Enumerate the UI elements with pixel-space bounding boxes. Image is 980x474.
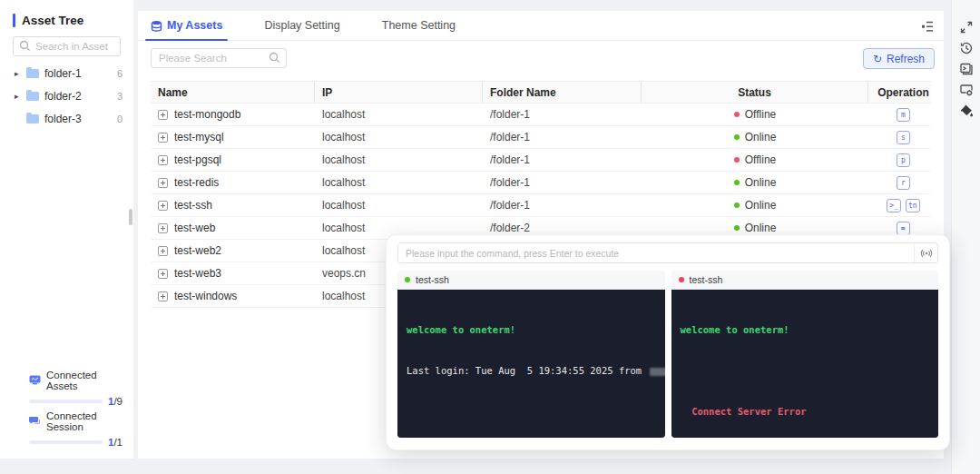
theme-fill-icon[interactable] bbox=[959, 104, 974, 118]
command-input[interactable] bbox=[398, 243, 914, 262]
tab-my-assets[interactable]: My Assets bbox=[151, 11, 222, 40]
asset-tree-sidebar: Asset Tree ▸ folder-1 6 ▸ folder-2 3 fol… bbox=[0, 0, 133, 459]
connection-ok-dot bbox=[405, 277, 410, 282]
folder-name: folder-1 bbox=[44, 67, 117, 80]
col-header-folder[interactable]: Folder Name bbox=[483, 82, 642, 103]
refresh-button[interactable]: ↻ Refresh bbox=[863, 48, 935, 69]
col-header-name[interactable]: Name bbox=[151, 82, 315, 103]
asset-name: test-ssh bbox=[174, 199, 212, 212]
connected-assets-icon bbox=[29, 375, 41, 386]
sidebar-resize-handle[interactable] bbox=[129, 209, 132, 225]
asset-name: test-web3 bbox=[174, 267, 221, 280]
tab-label: Display Setting bbox=[264, 19, 339, 32]
terminal-error-line: Connect Server Error bbox=[681, 405, 930, 419]
folder-tree: ▸ folder-1 6 ▸ folder-2 3 folder-3 0 bbox=[0, 62, 133, 130]
web-connect-icon[interactable]: ≡ bbox=[897, 222, 910, 235]
status-text: Online bbox=[745, 199, 777, 212]
asset-ip: localhost bbox=[315, 153, 483, 166]
connected-session-count: 1/1 bbox=[108, 437, 122, 448]
status-dot bbox=[734, 112, 740, 117]
terminal-tab-label: test-ssh bbox=[416, 274, 449, 285]
status-dot bbox=[734, 225, 740, 231]
col-header-operation[interactable]: Operation bbox=[868, 82, 938, 103]
table-row[interactable]: test-mongodb localhost /folder-1 Offline… bbox=[151, 104, 931, 126]
asset-ip: localhost bbox=[315, 199, 483, 212]
broadcast-command-icon[interactable] bbox=[914, 243, 937, 262]
folder-name: folder-2 bbox=[44, 90, 117, 103]
terminal-tab[interactable]: test-ssh bbox=[671, 271, 939, 290]
expand-row-icon[interactable] bbox=[158, 291, 168, 301]
expand-row-icon[interactable] bbox=[158, 201, 168, 211]
session-settings-icon[interactable] bbox=[959, 83, 974, 97]
asset-folder: /folder-1 bbox=[483, 199, 642, 212]
telnet-connect-icon[interactable]: tn bbox=[906, 199, 920, 212]
title-accent-bar bbox=[13, 14, 15, 27]
tab-display-setting[interactable]: Display Setting bbox=[264, 11, 339, 40]
tab-theme-setting[interactable]: Theme Setting bbox=[382, 11, 456, 40]
asset-name: test-redis bbox=[174, 176, 219, 189]
asset-folder: /folder-1 bbox=[483, 153, 642, 166]
terminal-window-icon[interactable] bbox=[959, 62, 974, 76]
tab-label: Theme Setting bbox=[382, 19, 456, 32]
asset-folder: /folder-1 bbox=[483, 176, 642, 189]
sidebar-title: Asset Tree bbox=[0, 0, 133, 27]
status-text: Online bbox=[745, 176, 777, 189]
table-row[interactable]: test-pgsql localhost /folder-1 Offline p bbox=[151, 149, 931, 172]
status-dot bbox=[734, 202, 740, 208]
connected-assets-count: 1/9 bbox=[108, 396, 122, 407]
history-icon[interactable] bbox=[959, 41, 974, 55]
terminal-pane-right: test-ssh welcome to oneterm! Connect Ser… bbox=[671, 271, 939, 438]
table-row[interactable]: test-redis localhost /folder-1 Online r bbox=[151, 172, 931, 194]
asset-search-input[interactable] bbox=[151, 48, 287, 68]
expand-row-icon[interactable] bbox=[158, 110, 168, 120]
mysql-connect-icon[interactable]: s bbox=[897, 131, 910, 144]
col-header-status[interactable]: Status bbox=[642, 82, 868, 103]
panel-tabs: My Assets Display Setting Theme Setting bbox=[138, 11, 944, 41]
asset-name: test-mysql bbox=[174, 131, 224, 143]
fullscreen-icon[interactable] bbox=[959, 20, 974, 35]
asset-ip: localhost bbox=[315, 176, 483, 189]
right-toolbar bbox=[951, 0, 980, 474]
tab-label: My Assets bbox=[167, 19, 222, 32]
expand-row-icon[interactable] bbox=[158, 223, 168, 233]
connected-assets-progress bbox=[29, 400, 103, 403]
expand-row-icon[interactable] bbox=[158, 246, 168, 256]
folder-icon bbox=[26, 92, 39, 101]
table-row[interactable]: test-ssh localhost /folder-1 Online >_tn bbox=[151, 194, 931, 217]
terminal-screen[interactable]: welcome to oneterm! Last login: Tue Aug … bbox=[397, 290, 665, 438]
ssh-connect-icon[interactable]: >_ bbox=[887, 199, 901, 212]
asset-folder: /folder-1 bbox=[483, 108, 642, 121]
col-header-ip[interactable]: IP bbox=[315, 82, 483, 103]
search-icon bbox=[19, 40, 31, 52]
expand-row-icon[interactable] bbox=[158, 155, 168, 165]
folder-count-badge: 0 bbox=[117, 114, 122, 124]
collapse-columns-icon[interactable] bbox=[920, 19, 935, 34]
status-text: Online bbox=[745, 222, 777, 234]
pgsql-connect-icon[interactable]: p bbox=[897, 153, 910, 167]
table-row[interactable]: test-mysql localhost /folder-1 Online s bbox=[151, 126, 931, 149]
connected-assets-label: Connected Assets bbox=[46, 370, 122, 391]
connected-session-icon bbox=[29, 416, 41, 427]
tree-item-folder-1[interactable]: ▸ folder-1 6 bbox=[0, 62, 133, 84]
folder-count-badge: 6 bbox=[117, 68, 122, 79]
caret-right-icon[interactable]: ▸ bbox=[15, 69, 26, 78]
redis-connect-icon[interactable]: r bbox=[897, 176, 910, 190]
terminal-pane-left: test-ssh welcome to oneterm! Last login:… bbox=[397, 271, 665, 438]
terminal-screen[interactable]: welcome to oneterm! Connect Server Error… bbox=[671, 290, 939, 438]
folder-name: folder-3 bbox=[44, 113, 117, 125]
tree-item-folder-2[interactable]: ▸ folder-2 3 bbox=[0, 84, 133, 107]
status-text: Offline bbox=[745, 108, 776, 121]
terminal-tab-label: test-ssh bbox=[690, 274, 723, 285]
caret-right-icon[interactable]: ▸ bbox=[15, 92, 26, 101]
tree-item-folder-3[interactable]: folder-3 0 bbox=[0, 107, 133, 130]
table-header-row: Name IP Folder Name Status Operation bbox=[151, 81, 931, 104]
assets-database-icon bbox=[151, 20, 162, 32]
expand-row-icon[interactable] bbox=[158, 269, 168, 279]
expand-row-icon[interactable] bbox=[158, 178, 168, 188]
status-dot bbox=[734, 157, 740, 163]
terminal-tab[interactable]: test-ssh bbox=[397, 271, 665, 290]
connected-session-label: Connected Session bbox=[46, 410, 122, 432]
expand-row-icon[interactable] bbox=[158, 133, 168, 143]
folder-icon bbox=[26, 69, 39, 78]
mongodb-connect-icon[interactable]: m bbox=[897, 108, 910, 122]
